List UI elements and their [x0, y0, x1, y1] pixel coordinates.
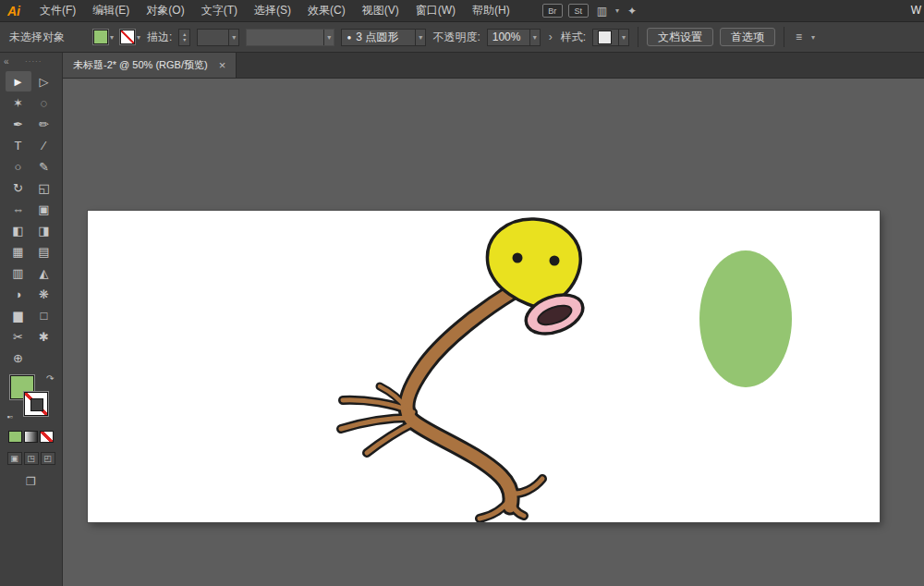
draw-normal-icon[interactable]: ▣ — [7, 452, 22, 465]
document-tab[interactable]: 未标题-2* @ 50% (RGB/预览) × — [63, 53, 237, 78]
brush-definition-combo[interactable]: ● 3 点圆形 ▾ — [341, 29, 426, 46]
illustrator-window: Ai 文件(F) 编辑(E) 对象(O) 文字(T) 选择(S) 效果(C) 视… — [0, 0, 924, 586]
none-button[interactable] — [40, 431, 54, 443]
graphic-style-swatch[interactable] — [598, 31, 612, 44]
brush-definition-arrow-icon[interactable]: ▾ — [415, 30, 425, 45]
artboard[interactable] — [88, 211, 880, 522]
selection-tool[interactable]: ► — [6, 71, 31, 92]
artwork — [88, 211, 880, 522]
menu-object[interactable]: 对象(O) — [138, 0, 192, 21]
ellipse-tool[interactable]: ○ — [6, 156, 31, 177]
arrange-documents-arrow-icon[interactable]: ▾ — [615, 6, 619, 15]
shape-builder-tool[interactable]: ◧ — [6, 220, 31, 240]
opacity-combo[interactable]: 100% ▾ — [487, 29, 541, 46]
control-bar: 未选择对象 ▾ ▾ 描边: ▴ ▾ ▾ ▾ ● 3 点圆形 ▾ 不透明度: 10… — [0, 22, 924, 53]
lasso-tool[interactable]: ◌ — [31, 92, 57, 113]
tools-panel-header: « ····· — [0, 53, 62, 69]
swap-fill-stroke-icon[interactable]: ↷ — [46, 373, 54, 384]
menu-file[interactable]: 文件(F) — [31, 0, 84, 21]
draw-behind-icon[interactable]: ◳ — [24, 452, 39, 465]
menu-edit[interactable]: 编辑(E) — [84, 0, 138, 21]
menu-help[interactable]: 帮助(H) — [464, 0, 518, 21]
stroke-weight-stepper[interactable]: ▴ ▾ — [178, 29, 190, 46]
stroke-weight-arrow-icon[interactable]: ▾ — [228, 30, 238, 45]
fill-color-control[interactable]: ▾ — [93, 30, 114, 44]
stroke-color-swatch[interactable] — [120, 30, 135, 44]
paintbrush-tool[interactable]: ✏ — [31, 114, 57, 134]
pen-tool[interactable]: ✒ — [6, 114, 31, 134]
fill-color-swatch[interactable] — [93, 30, 108, 44]
selection-status-label: 未选择对象 — [9, 30, 87, 45]
cc-icon[interactable]: ✦ — [625, 5, 639, 18]
document-setup-button[interactable]: 文档设置 — [647, 28, 713, 46]
gradient-button[interactable] — [24, 431, 38, 443]
graphic-style-combo[interactable]: ▾ — [592, 29, 629, 46]
magic-wand-tool[interactable]: ✶ — [6, 92, 31, 113]
align-options-arrow-icon[interactable]: ▾ — [811, 33, 815, 42]
tools-grid: ► ▷ ✶ ◌ ✒ ✏ T ∕ ○ ✎ ↻ ◱ ⇔ ▣ ◧ ◨ ▦ ▤ ▥ ◭ … — [0, 71, 62, 368]
fill-color-arrow-icon[interactable]: ▾ — [110, 33, 114, 42]
eyedropper-tool[interactable]: ◭ — [31, 262, 57, 283]
bellsprout-eye-right — [550, 256, 560, 266]
panel-grip-icon[interactable]: ····· — [9, 57, 58, 66]
stepper-down-icon[interactable]: ▾ — [183, 37, 186, 43]
menubar: Ai 文件(F) 编辑(E) 对象(O) 文字(T) 选择(S) 效果(C) 视… — [0, 0, 924, 22]
brush-preview-icon: ● — [346, 33, 351, 42]
tab-close-icon[interactable]: × — [219, 59, 226, 71]
align-options-icon[interactable]: ≡ — [793, 31, 805, 43]
screen-mode-icon[interactable]: ❐ — [23, 474, 40, 488]
opacity-panel-icon[interactable]: › — [547, 31, 554, 43]
menu-window[interactable]: 窗口(W) — [407, 0, 464, 21]
controlbar-separator-2 — [784, 27, 784, 47]
pencil-tool[interactable]: ✎ — [31, 156, 57, 177]
width-profile-combo[interactable]: ▾ — [246, 29, 334, 46]
rotate-tool[interactable]: ↻ — [6, 177, 31, 198]
document-tab-bar: 未标题-2* @ 50% (RGB/预览) × — [63, 53, 924, 79]
gradient-tool[interactable]: ▥ — [6, 262, 31, 283]
live-paint-bucket-tool[interactable]: ◨ — [31, 220, 57, 240]
blend-tool[interactable]: ◑ — [6, 284, 31, 304]
illustrator-logo[interactable]: Ai — [7, 4, 20, 18]
menu-effect[interactable]: 效果(C) — [299, 0, 354, 21]
green-ellipse-shape — [699, 250, 792, 387]
line-segment-tool[interactable]: ∕ — [31, 135, 57, 155]
free-transform-tool[interactable]: ▣ — [31, 199, 57, 219]
preferences-button[interactable]: 首选项 — [720, 28, 775, 46]
stock-icon[interactable]: St — [568, 4, 589, 18]
graphic-style-arrow-icon[interactable]: ▾ — [618, 30, 628, 45]
width-profile-arrow-icon[interactable]: ▾ — [323, 30, 334, 45]
perspective-grid-tool[interactable]: ▦ — [6, 241, 31, 262]
stroke-weight-combo[interactable]: ▾ — [197, 29, 239, 46]
opacity-arrow-icon[interactable]: ▾ — [529, 30, 540, 45]
drawing-mode-buttons: ▣ ◳ ◰ — [0, 452, 62, 465]
symbol-sprayer-tool[interactable]: ❋ — [31, 284, 57, 304]
type-tool[interactable]: T — [6, 135, 31, 155]
document-tab-title[interactable]: 未标题-2* @ 50% (RGB/预览) — [73, 58, 208, 72]
menu-select[interactable]: 选择(S) — [246, 0, 299, 21]
menu-view[interactable]: 视图(V) — [354, 0, 407, 21]
scale-tool[interactable]: ◱ — [31, 177, 57, 198]
hand-tool[interactable]: ✱ — [31, 326, 57, 347]
column-graph-tool[interactable]: ▆ — [6, 305, 31, 325]
stroke-color-arrow-icon[interactable]: ▾ — [137, 33, 140, 42]
fill-stroke-indicator: ↷ ▪▫ — [10, 375, 53, 420]
bridge-icon[interactable]: Br — [542, 4, 563, 18]
brush-definition-value: 3 点圆形 — [356, 30, 398, 45]
toolbox-stroke-swatch[interactable] — [24, 392, 48, 416]
draw-inside-icon[interactable]: ◰ — [41, 452, 55, 465]
arrange-documents-icon[interactable]: ▥ — [594, 5, 610, 18]
color-button[interactable] — [8, 431, 22, 443]
opacity-label: 不透明度: — [432, 30, 480, 45]
direct-selection-tool[interactable]: ▷ — [31, 71, 57, 92]
default-fill-stroke-icon[interactable]: ▪▫ — [7, 412, 13, 421]
canvas-area[interactable] — [63, 79, 924, 586]
workspace-partial-label: W — [911, 4, 921, 17]
opacity-value[interactable]: 100% — [492, 31, 521, 43]
menu-type[interactable]: 文字(T) — [193, 0, 246, 21]
zoom-tool[interactable]: ⊕ — [6, 348, 31, 368]
width-tool[interactable]: ⇔ — [6, 199, 31, 219]
mesh-tool[interactable]: ▤ — [31, 241, 57, 262]
slice-tool[interactable]: ✂ — [6, 326, 31, 347]
artboard-tool[interactable]: □ — [31, 305, 57, 325]
stroke-color-control[interactable]: ▾ — [120, 30, 140, 44]
